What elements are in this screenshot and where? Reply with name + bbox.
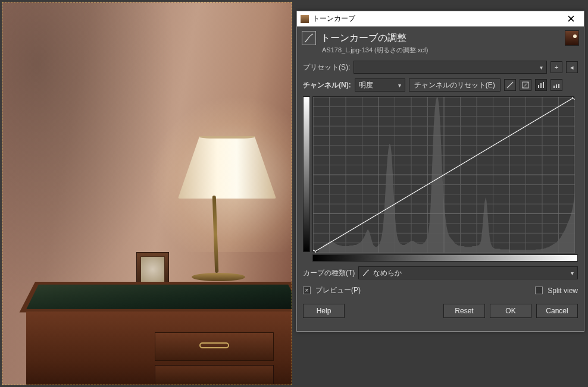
histogram-perceptual-button[interactable] <box>520 79 531 91</box>
window-title: トーンカーブ <box>312 14 355 24</box>
dialog-title: トーンカーブの調整 <box>321 32 406 45</box>
channel-label: チャンネル(N): <box>303 80 351 90</box>
svg-rect-5 <box>556 84 557 88</box>
chevron-down-icon: ▾ <box>571 270 574 276</box>
cancel-label: Cancel <box>546 307 568 315</box>
histogram-perceptual-icon <box>522 81 529 89</box>
dialog-subtitle: AS178_L.jpg-134 (明るさの調整.xcf) <box>297 46 584 55</box>
svg-rect-3 <box>543 82 544 88</box>
output-gradient[interactable] <box>303 96 310 252</box>
curves-icon <box>302 31 316 45</box>
svg-point-42 <box>573 97 575 99</box>
canvas-image[interactable] <box>2 2 292 385</box>
bars-icon <box>537 81 545 89</box>
reset-label: Reset <box>455 307 473 315</box>
preset-add-button[interactable]: + <box>551 61 562 73</box>
plus-icon: + <box>555 64 558 71</box>
chevron-down-icon: ▾ <box>398 82 401 89</box>
svg-point-41 <box>313 250 315 253</box>
channel-value: 明度 <box>359 80 373 90</box>
channel-reset-button[interactable]: チャンネルのリセット(E) <box>409 78 501 92</box>
menu-left-icon: ◂ <box>570 64 574 71</box>
input-gradient[interactable] <box>312 254 578 262</box>
photo-drawer2 <box>155 365 274 385</box>
photo-lamp-base <box>192 273 245 281</box>
preview-label: プレビュー(P) <box>315 285 361 295</box>
curve-type-value: なめらか <box>373 268 402 278</box>
svg-rect-1 <box>538 85 539 88</box>
histogram-linear-button[interactable] <box>504 79 516 91</box>
preset-menu-button[interactable]: ◂ <box>566 61 578 73</box>
photo-desk-top <box>20 282 292 313</box>
svg-rect-6 <box>558 84 559 88</box>
curves-graph[interactable] <box>312 96 574 252</box>
close-button[interactable] <box>559 12 583 26</box>
smooth-curve-icon <box>362 269 370 276</box>
svg-rect-4 <box>553 86 555 88</box>
ok-label: OK <box>505 307 515 315</box>
preset-select[interactable]: ▾ <box>354 61 547 74</box>
cancel-button[interactable]: Cancel <box>536 304 578 318</box>
ok-button[interactable]: OK <box>490 304 531 318</box>
split-view-label: Split view <box>548 287 578 295</box>
histogram-log-scale-button[interactable] <box>551 79 562 91</box>
app-icon <box>301 15 309 23</box>
reset-button[interactable]: Reset <box>443 304 485 318</box>
close-icon <box>568 15 574 22</box>
svg-rect-2 <box>540 83 542 88</box>
curves-svg <box>313 97 575 253</box>
bars-log-icon <box>553 81 560 89</box>
channel-select[interactable]: 明度 ▾ <box>355 78 405 92</box>
layer-thumbnail[interactable] <box>565 30 579 46</box>
curve-type-select[interactable]: なめらか ▾ <box>358 266 578 279</box>
help-button[interactable]: Help <box>303 304 345 318</box>
histogram-linear-icon <box>506 81 514 89</box>
preview-checkbox[interactable]: × <box>303 287 311 294</box>
chevron-down-icon: ▾ <box>540 64 543 71</box>
preset-label: プリセット(S): <box>303 62 350 73</box>
split-view-checkbox[interactable] <box>535 287 543 294</box>
curve-type-label: カーブの種類(T) <box>303 268 355 278</box>
channel-reset-label: チャンネルのリセット(E) <box>414 80 495 90</box>
histogram-lin-scale-button[interactable] <box>535 79 547 91</box>
help-label: Help <box>317 307 331 315</box>
titlebar[interactable]: トーンカーブ <box>297 11 584 27</box>
curves-dialog: トーンカーブ トーンカーブの調整 AS178_L.jpg-134 (明るさの調整… <box>296 11 584 332</box>
photo-drawer-handle <box>199 342 229 348</box>
